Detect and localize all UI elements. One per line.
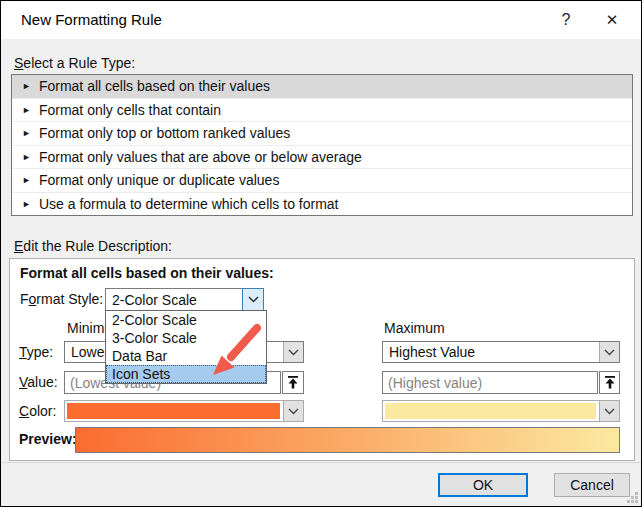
chevron-down-icon xyxy=(288,349,299,356)
color-min-combobox[interactable] xyxy=(64,400,304,422)
rule-bullet-icon: ► xyxy=(22,105,31,115)
format-style-label: Format Style: xyxy=(20,291,103,307)
title-bar: New Formatting Rule ? ✕ xyxy=(1,1,641,39)
rule-type-option[interactable]: ► Format only cells that contain xyxy=(12,98,632,122)
color-max-dropdown-button[interactable] xyxy=(599,401,619,421)
dropdown-option[interactable]: Data Bar xyxy=(106,347,266,365)
rule-type-option-label: Format only cells that contain xyxy=(39,102,221,118)
rule-bullet-icon: ► xyxy=(22,81,31,91)
value-max-collapse-button[interactable] xyxy=(599,371,620,394)
color-max-swatch xyxy=(385,403,596,419)
rule-type-option[interactable]: ► Format only values that are above or b… xyxy=(12,145,632,169)
close-icon[interactable]: ✕ xyxy=(595,1,629,39)
resize-grip[interactable] xyxy=(626,491,639,504)
rule-type-option-label: Format only unique or duplicate values xyxy=(39,172,279,188)
color-label: Color: xyxy=(19,403,56,419)
rule-bullet-icon: ► xyxy=(22,175,31,185)
collapse-dialog-up-icon xyxy=(287,376,299,389)
rule-type-option[interactable]: ► Format only unique or duplicate values xyxy=(12,168,632,192)
type-label: Type: xyxy=(19,344,53,360)
preview-gradient-bar xyxy=(75,427,620,453)
chevron-down-icon xyxy=(604,408,615,415)
footer-divider xyxy=(1,462,641,463)
format-style-dropdown-list: 2-Color Scale 3-Color Scale Data Bar Ico… xyxy=(105,310,267,384)
rule-type-listbox: ► Format all cells based on their values… xyxy=(11,74,633,216)
type-max-dropdown-button[interactable] xyxy=(599,342,619,362)
maximum-column-label: Maximum xyxy=(384,320,445,336)
color-min-dropdown-button[interactable] xyxy=(283,401,303,421)
rule-description-label: Edit the Rule Description: xyxy=(14,238,172,254)
rule-type-option-label: Use a formula to determine which cells t… xyxy=(39,196,339,212)
new-formatting-rule-dialog: New Formatting Rule ? ✕ Select a Rule Ty… xyxy=(0,0,642,507)
type-max-value: Highest Value xyxy=(389,342,597,362)
rule-type-option[interactable]: ► Format only top or bottom ranked value… xyxy=(12,121,632,145)
dropdown-option[interactable]: 3-Color Scale xyxy=(106,329,266,347)
description-header: Format all cells based on their values: xyxy=(20,265,274,281)
dropdown-option-highlighted[interactable]: Icon Sets xyxy=(106,365,266,383)
color-max-combobox[interactable] xyxy=(382,400,620,422)
rule-bullet-icon: ► xyxy=(22,199,31,209)
format-style-dropdown-button[interactable] xyxy=(242,288,264,311)
value-min-collapse-button[interactable] xyxy=(282,371,304,394)
type-max-combobox[interactable]: Highest Value xyxy=(382,341,620,363)
color-min-swatch xyxy=(67,403,280,419)
chevron-down-icon xyxy=(288,408,299,415)
ok-button[interactable]: OK xyxy=(438,473,528,497)
type-min-dropdown-button[interactable] xyxy=(283,342,303,362)
value-max-input[interactable] xyxy=(382,371,598,394)
dialog-title: New Formatting Rule xyxy=(21,1,162,39)
preview-label: Preview: xyxy=(19,431,77,447)
help-icon[interactable]: ? xyxy=(549,1,583,39)
rule-type-option[interactable]: ► Use a formula to determine which cells… xyxy=(12,192,632,216)
chevron-down-icon xyxy=(248,296,259,303)
format-style-value: 2-Color Scale xyxy=(112,289,241,310)
rule-type-option-selected[interactable]: ► Format all cells based on their values xyxy=(12,75,632,98)
rule-bullet-icon: ► xyxy=(22,152,31,162)
chevron-down-icon xyxy=(604,349,615,356)
rule-bullet-icon: ► xyxy=(22,128,31,138)
rule-type-option-label: Format all cells based on their values xyxy=(39,78,270,94)
rule-type-option-label: Format only top or bottom ranked values xyxy=(39,125,290,141)
collapse-dialog-up-icon xyxy=(604,376,616,389)
dropdown-option[interactable]: 2-Color Scale xyxy=(106,311,266,329)
cancel-button[interactable]: Cancel xyxy=(554,473,630,497)
rule-type-option-label: Format only values that are above or bel… xyxy=(39,149,362,165)
rule-type-label: Select a Rule Type: xyxy=(14,55,135,71)
format-style-combobox[interactable]: 2-Color Scale xyxy=(105,288,264,311)
value-label: Value: xyxy=(19,374,58,390)
